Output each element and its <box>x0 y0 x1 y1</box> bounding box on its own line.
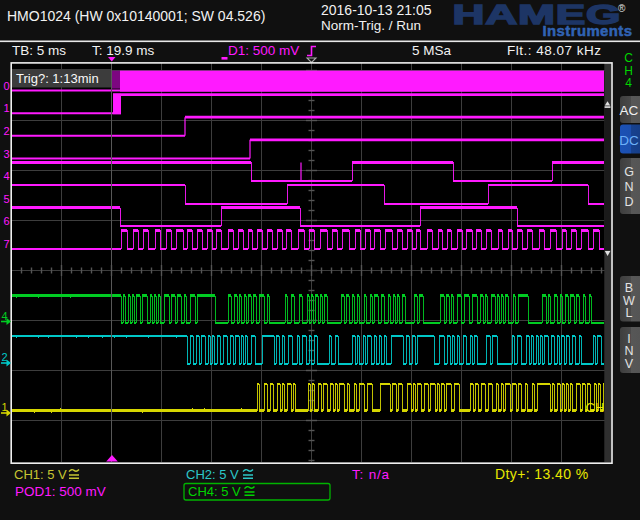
svg-text:2: 2 <box>3 125 9 137</box>
svg-text:T: 19.9 ms: T: 19.9 ms <box>92 43 155 58</box>
svg-text:3: 3 <box>3 148 9 160</box>
svg-text:Flt.: 48.07 kHz: Flt.: 48.07 kHz <box>507 43 602 58</box>
svg-text:AC: AC <box>620 103 639 118</box>
svg-text:Trig?: 1:13min: Trig?: 1:13min <box>16 71 99 86</box>
svg-text:5 MSa: 5 MSa <box>412 43 452 58</box>
svg-text:TB: 5 ms: TB: 5 ms <box>12 43 66 58</box>
svg-text:Dty+: 13.40 %: Dty+: 13.40 % <box>495 466 589 482</box>
svg-text:T: n/a: T: n/a <box>352 467 390 482</box>
svg-text:POD1: 500 mV: POD1: 500 mV <box>15 484 106 499</box>
svg-text:L: L <box>626 306 633 320</box>
svg-text:D: D <box>624 195 633 209</box>
svg-text:N: N <box>624 180 633 194</box>
svg-text:DC: DC <box>619 133 639 148</box>
svg-text:Instruments: Instruments <box>543 23 633 39</box>
svg-text:CH1: 5 V: CH1: 5 V <box>14 467 67 482</box>
svg-text:0: 0 <box>3 80 9 92</box>
svg-text:1: 1 <box>3 102 9 114</box>
svg-text:C: C <box>624 51 633 65</box>
svg-text:V: V <box>625 357 634 371</box>
svg-text:CH4: 5 V: CH4: 5 V <box>188 484 241 499</box>
svg-text:4: 4 <box>625 76 632 90</box>
svg-text:®: ® <box>618 3 626 14</box>
svg-text:CH: CH <box>586 400 605 415</box>
svg-text:7: 7 <box>3 238 9 250</box>
svg-text:G: G <box>624 165 634 179</box>
svg-text:6: 6 <box>3 215 9 227</box>
svg-text:HMO1024 (HW 0x10140001; SW 04.: HMO1024 (HW 0x10140001; SW 04.526) <box>7 8 265 24</box>
svg-text:5: 5 <box>3 193 9 205</box>
svg-text:Norm-Trig. / Run: Norm-Trig. / Run <box>321 18 421 33</box>
svg-text:2016-10-13 21:05: 2016-10-13 21:05 <box>321 2 432 18</box>
svg-text:D1: 500 mV: D1: 500 mV <box>228 43 299 58</box>
svg-text:CH2: 5 V: CH2: 5 V <box>186 467 239 482</box>
svg-text:4: 4 <box>3 170 9 182</box>
